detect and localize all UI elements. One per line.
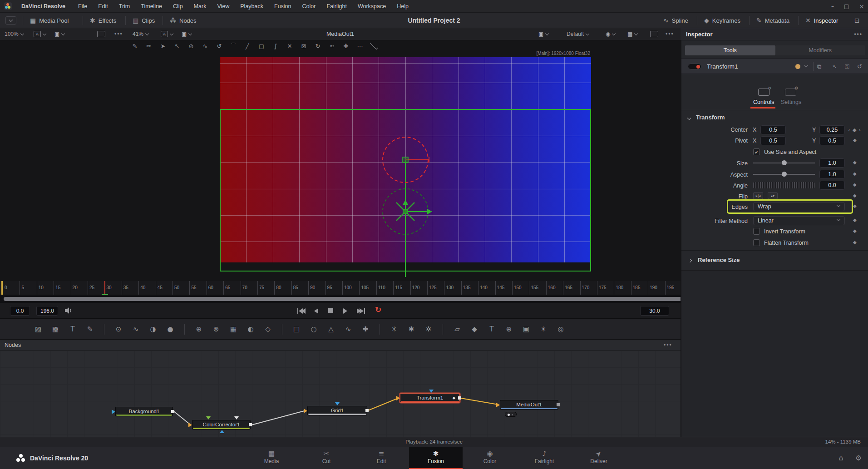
colorcurves-tool[interactable]: ∿: [129, 323, 143, 336]
nodes-button[interactable]: ⁂ Nodes: [170, 15, 197, 26]
dual-screen-button[interactable]: ⊡: [854, 15, 860, 26]
time-ruler[interactable]: 0510152025303540455055606570758085909510…: [0, 281, 681, 295]
keyframe-nav[interactable]: ‹ ◆ ›: [848, 127, 861, 133]
last-frame-button[interactable]: [357, 307, 365, 314]
bspline-mask-tool[interactable]: ∿: [341, 323, 355, 336]
pivot-x-field[interactable]: 0.5: [760, 136, 786, 145]
node-mediaout1[interactable]: MediaOut1: [500, 400, 558, 410]
polygon-mask-tool[interactable]: △: [324, 323, 338, 336]
spotlight-tool[interactable]: ☀: [537, 323, 550, 336]
play-button[interactable]: [343, 307, 347, 314]
output-port[interactable]: [249, 423, 252, 426]
dissolve-tool[interactable]: ⊗: [209, 323, 223, 336]
ellipse-mask-tool[interactable]: ○: [307, 323, 321, 336]
range-end-field[interactable]: 196.0: [36, 306, 58, 316]
node-graph[interactable]: Background1ColorCorrector1Grid1Transform…: [0, 351, 681, 437]
reset-icon[interactable]: ↺: [857, 59, 862, 74]
camera3d-tool[interactable]: ▣: [519, 323, 533, 336]
imageplane3d-tool[interactable]: ▱: [450, 323, 464, 336]
aux-input-port[interactable]: [220, 430, 224, 433]
tab-tools[interactable]: Tools: [685, 45, 775, 55]
page-tab-fairlight[interactable]: ♪Fairlight: [518, 447, 571, 469]
transform-tool[interactable]: ◇: [261, 323, 275, 336]
mask-input-port[interactable]: [206, 416, 211, 420]
range-start-field[interactable]: 0.0: [10, 306, 30, 316]
metadata-button[interactable]: ✎ Metadata: [756, 15, 789, 26]
page-tab-deliver[interactable]: ➤Deliver: [572, 447, 626, 469]
text-tool[interactable]: T: [66, 323, 79, 336]
angle-dial[interactable]: [753, 182, 815, 188]
keyframe-icon[interactable]: ◆: [853, 171, 857, 176]
play-reverse-button[interactable]: [314, 307, 318, 314]
output-port[interactable]: [458, 396, 461, 400]
effects-button[interactable]: ✱ Effects: [90, 15, 116, 26]
keyframe-icon[interactable]: ◆: [853, 228, 857, 233]
menu-item-file[interactable]: File: [73, 0, 93, 13]
flip-vertical-button[interactable]: ▴▾: [768, 192, 778, 199]
menu-item-mark[interactable]: Mark: [188, 0, 212, 13]
text3d-tool[interactable]: T: [485, 323, 498, 336]
viewer-options-button[interactable]: •••: [666, 30, 674, 39]
menu-item-workspace[interactable]: Workspace: [352, 0, 391, 13]
menu-item-view[interactable]: View: [212, 0, 235, 13]
mask-input-port[interactable]: [335, 402, 340, 405]
input-port[interactable]: [112, 410, 115, 414]
menu-item-trim[interactable]: Trim: [113, 0, 136, 13]
stop-button[interactable]: [328, 307, 333, 314]
keyframe-icon[interactable]: ◆: [853, 193, 857, 198]
deltakeyer-tool[interactable]: ◐: [244, 323, 257, 336]
menu-item-help[interactable]: Help: [391, 0, 414, 13]
input-port[interactable]: [496, 403, 500, 407]
menu-item-edit[interactable]: Edit: [93, 0, 113, 13]
colorcorrector-tool[interactable]: ⊙: [112, 323, 125, 336]
first-frame-button[interactable]: [297, 307, 306, 314]
viewer-lut-dropdown[interactable]: Default: [567, 30, 589, 39]
page-tab-media[interactable]: ▦Media: [245, 447, 298, 469]
viewer-roi-dropdown[interactable]: ▣: [538, 30, 548, 39]
size-field[interactable]: 1.0: [819, 158, 845, 168]
filter-method-dropdown[interactable]: Linear: [753, 216, 845, 225]
close-button[interactable]: ×: [859, 3, 864, 10]
interface-toggle-button[interactable]: [5, 16, 16, 25]
blur-tool[interactable]: ●: [163, 323, 177, 336]
angle-field[interactable]: 0.0: [819, 181, 845, 190]
current-frame-field[interactable]: 30.0: [640, 306, 669, 316]
node-enable-toggle[interactable]: [688, 64, 701, 69]
flatten-transform-checkbox[interactable]: [753, 239, 760, 246]
page-tab-cut[interactable]: ✂Cut: [300, 447, 353, 469]
center-y-field[interactable]: 0.25: [819, 125, 845, 134]
section-reference-size[interactable]: Reference Size: [681, 254, 868, 267]
rectangle-mask-tool[interactable]: □: [290, 323, 303, 336]
menu-item-color[interactable]: Color: [297, 0, 321, 13]
output-port[interactable]: [365, 409, 369, 412]
settings-button[interactable]: ⚙: [855, 454, 862, 462]
minimize-button[interactable]: –: [831, 3, 834, 10]
paint-tool[interactable]: ✎: [83, 323, 97, 336]
mask-input-port[interactable]: [429, 390, 434, 393]
nodes-options-button[interactable]: •••: [664, 340, 672, 351]
pivot-y-field[interactable]: 0.5: [819, 136, 845, 145]
home-button[interactable]: ⌂: [839, 454, 843, 462]
shape3d-tool[interactable]: ◆: [468, 323, 481, 336]
inspector-button[interactable]: ✕ Inspector: [805, 15, 838, 26]
prender-tool[interactable]: ✱: [404, 323, 418, 336]
menu-app[interactable]: DaVinci Resolve: [16, 0, 73, 13]
page-tab-fusion[interactable]: ✱Fusion: [409, 447, 463, 469]
viewer-color-controls-dropdown[interactable]: ◉: [606, 30, 615, 39]
renderer3d-tool[interactable]: ◎: [554, 323, 567, 336]
keyframes-button[interactable]: ◆ Keyframes: [704, 15, 740, 26]
node-color-label[interactable]: [795, 64, 800, 69]
menu-item-clip[interactable]: Clip: [168, 0, 188, 13]
mask-input-port[interactable]: [234, 416, 239, 420]
magic-mask-tool[interactable]: ✚: [359, 323, 372, 336]
menu-item-fairlight[interactable]: Fairlight: [321, 0, 352, 13]
brightnesscontrast-tool[interactable]: ◑: [146, 323, 160, 336]
edges-dropdown[interactable]: Wrap: [753, 202, 845, 211]
aspect-slider[interactable]: [753, 170, 815, 179]
output-port[interactable]: [171, 410, 174, 413]
keyframe-icon[interactable]: ◆: [853, 217, 857, 222]
audio-mute-button[interactable]: [64, 307, 73, 314]
node-colorcorrector1[interactable]: ColorCorrector1: [192, 420, 251, 430]
pin-icon[interactable]: ➴: [832, 59, 837, 74]
spline-button[interactable]: ∿ Spline: [663, 15, 688, 26]
